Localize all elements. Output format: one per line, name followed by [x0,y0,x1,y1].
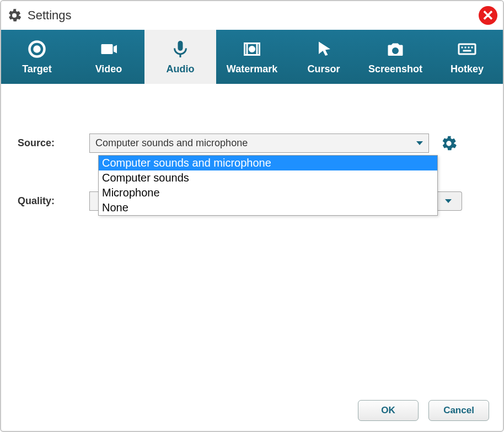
settings-window: Settings ✕ Target Video Audio [0,0,504,432]
source-row: Source: Computer sounds and microphone [18,134,486,153]
video-icon [99,39,119,59]
microphone-icon [170,39,190,59]
svg-rect-7 [462,46,463,48]
tab-label: Screenshot [368,63,422,75]
source-option[interactable]: None [99,200,437,215]
svg-rect-6 [459,44,475,54]
chevron-down-icon [445,199,452,203]
close-button[interactable]: ✕ [479,6,497,25]
source-dropdown[interactable]: Computer sounds and microphone [89,134,429,153]
tab-target[interactable]: Target [1,30,73,84]
tab-list: Target Video Audio Watermark Cursor [1,30,503,84]
source-option[interactable]: Computer sounds and microphone [99,156,437,170]
tab-hotkey[interactable]: Hotkey [431,30,503,84]
tab-label: Watermark [227,63,277,75]
tab-label: Audio [167,63,195,75]
quality-label: Quality: [18,195,89,207]
ok-button[interactable]: OK [358,400,419,421]
svg-rect-11 [463,50,471,51]
source-value: Computer sounds and microphone [95,137,248,149]
tab-label: Video [95,63,122,75]
titlebar: Settings ✕ [1,1,503,30]
dialog-footer: OK Cancel [358,400,489,421]
svg-rect-8 [465,46,467,48]
source-field: Computer sounds and microphone [89,134,429,153]
tab-watermark[interactable]: Watermark [216,30,288,84]
tab-screenshot[interactable]: Screenshot [360,30,431,84]
svg-rect-9 [468,46,470,48]
source-option[interactable]: Microphone [99,185,437,200]
source-dropdown-list: Computer sounds and microphone Computer … [98,155,438,216]
chevron-down-icon [416,141,423,145]
source-option[interactable]: Computer sounds [99,170,437,185]
svg-point-3 [250,46,255,51]
gear-icon [7,8,22,23]
tab-audio[interactable]: Audio [144,30,216,84]
camera-icon [385,39,405,59]
close-icon: ✕ [482,7,494,24]
svg-rect-10 [471,46,473,48]
tab-label: Cursor [307,63,340,75]
quality-dropdown-button[interactable] [435,191,462,211]
cursor-icon [314,39,334,59]
tab-label: Hotkey [451,63,484,75]
source-settings-button[interactable] [440,135,458,152]
svg-point-1 [35,46,40,51]
cancel-button[interactable]: Cancel [428,400,489,421]
window-title: Settings [28,8,72,23]
tab-label: Target [22,63,52,75]
watermark-icon [242,39,262,59]
target-icon [27,39,47,59]
tab-video[interactable]: Video [73,30,144,84]
gear-icon [440,135,458,152]
tab-cursor[interactable]: Cursor [288,30,360,84]
source-label: Source: [18,137,89,149]
keyboard-icon [457,39,477,59]
